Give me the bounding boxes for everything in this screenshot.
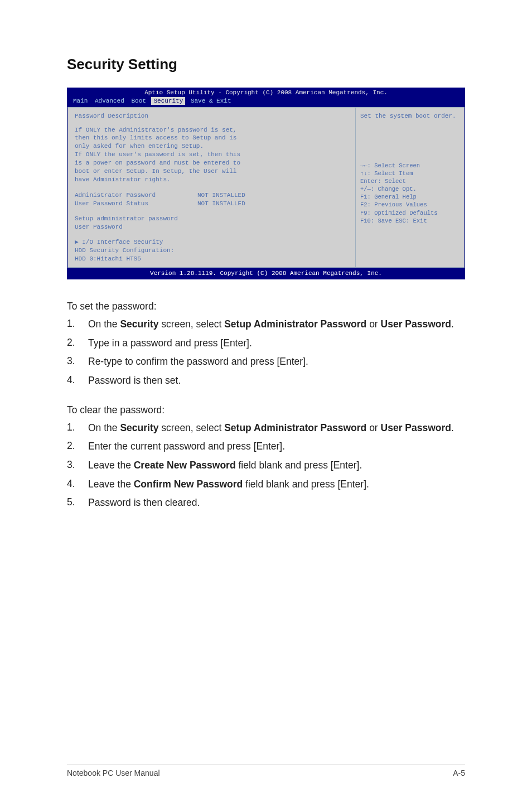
- setup-admin-password: Setup administrator password: [75, 215, 350, 223]
- list-item: 4. Password is then set.: [67, 374, 465, 388]
- item-number: 2.: [67, 440, 88, 453]
- item-number: 1.: [67, 318, 88, 331]
- section-intro: To set the password:: [67, 301, 465, 312]
- navigation-help: →←: Select Screen ↑↓: Select Item Enter:…: [360, 162, 460, 225]
- nav-line: Enter: Select: [360, 177, 460, 185]
- section-intro: To clear the password:: [67, 404, 465, 416]
- item-number: 3.: [67, 355, 88, 369]
- nav-line: F1: General Help: [360, 193, 460, 201]
- item-number: 4.: [67, 374, 88, 388]
- item-number: 4.: [67, 478, 88, 491]
- hdd-item: HDD 0:Hitachi HTS5: [75, 255, 350, 263]
- item-text: Leave the Create New Password field blan…: [88, 459, 465, 472]
- list-item: 1. On the Security screen, select Setup …: [67, 318, 465, 331]
- bios-body: Password Description If ONLY the Adminis…: [67, 107, 465, 268]
- admin-password-label: Administrator Password: [75, 191, 197, 200]
- desc-line: have Administrator rights.: [75, 176, 350, 184]
- item-text: Type in a password and press [Enter].: [88, 337, 465, 350]
- desc-line: boot or enter Setup. In Setup, the User …: [75, 167, 350, 176]
- page-footer: Notebook PC User Manual A-5: [67, 765, 465, 777]
- desc-line: then this only limits access to Setup an…: [75, 134, 350, 142]
- page-title: Security Setting: [67, 56, 465, 73]
- bios-header: Aptio Setup Utility - Copyright (C) 2008…: [67, 88, 465, 97]
- footer-right: A-5: [453, 769, 465, 777]
- user-password-status-label: User Password Status: [75, 200, 197, 208]
- user-password: User Password: [75, 223, 350, 231]
- nav-line: ↑↓: Select Item: [360, 170, 460, 177]
- item-text: Leave the Confirm New Password field bla…: [88, 478, 465, 491]
- desc-line: is a power on password and must be enter…: [75, 159, 350, 167]
- tab-security: Security: [151, 97, 185, 105]
- list-item: 5. Password is then cleared.: [67, 496, 465, 510]
- item-number: 2.: [67, 337, 88, 350]
- admin-password-row: Administrator Password NOT INSTALLED: [75, 191, 350, 200]
- item-text: Re-type to confirm the password and pres…: [88, 355, 465, 369]
- nav-line: +/—: Change Opt.: [360, 185, 460, 193]
- bios-tabs: Main Advanced Boot Security Save & Exit: [67, 97, 465, 107]
- item-text: Enter the current password and press [En…: [88, 440, 465, 453]
- admin-password-value: NOT INSTALLED: [197, 191, 245, 200]
- set-password-list: 1. On the Security screen, select Setup …: [67, 318, 465, 388]
- tab-main: Main: [71, 98, 89, 104]
- clear-password-list: 1. On the Security screen, select Setup …: [67, 422, 465, 510]
- list-item: 2. Enter the current password and press …: [67, 440, 465, 453]
- item-text: Password is then set.: [88, 374, 465, 388]
- desc-line: If ONLY the user's password is set, then…: [75, 151, 350, 159]
- footer-left: Notebook PC User Manual: [67, 769, 160, 777]
- nav-line: F9: Optimized Defaults: [360, 209, 460, 217]
- bios-screenshot: Aptio Setup Utility - Copyright (C) 2008…: [67, 88, 465, 279]
- nav-line: →←: Select Screen: [360, 162, 460, 170]
- tab-boot: Boot: [129, 98, 147, 104]
- item-number: 3.: [67, 459, 88, 472]
- item-text: On the Security screen, select Setup Adm…: [88, 318, 465, 331]
- item-text: On the Security screen, select Setup Adm…: [88, 422, 465, 435]
- nav-line: F10: Save ESC: Exit: [360, 217, 460, 225]
- user-password-status-row: User Password Status NOT INSTALLED: [75, 200, 350, 208]
- list-item: 2. Type in a password and press [Enter].: [67, 337, 465, 350]
- desc-line: only asked for when entering Setup.: [75, 142, 350, 151]
- list-item: 1. On the Security screen, select Setup …: [67, 422, 465, 435]
- list-item: 4. Leave the Confirm New Password field …: [67, 478, 465, 491]
- nav-line: F2: Previous Values: [360, 201, 460, 209]
- item-number: 1.: [67, 422, 88, 435]
- help-text: Set the system boot order.: [360, 112, 460, 120]
- hdd-security-configuration: HDD Security Configuration:: [75, 247, 350, 255]
- list-item: 3. Re-type to confirm the password and p…: [67, 355, 465, 369]
- password-description-title: Password Description: [75, 112, 350, 120]
- bios-right-pane: Set the system boot order. →←: Select Sc…: [355, 108, 464, 268]
- io-interface-security: I/O Interface Security: [82, 239, 163, 245]
- list-item: 3. Leave the Create New Password field b…: [67, 459, 465, 472]
- item-number: 5.: [67, 496, 88, 510]
- bios-footer: Version 1.28.1119. Copyright (C) 2008 Am…: [67, 268, 465, 279]
- desc-line: If ONLY the Administrator's password is …: [75, 126, 350, 134]
- bios-left-pane: Password Description If ONLY the Adminis…: [68, 108, 355, 268]
- tab-advanced: Advanced: [93, 98, 126, 104]
- user-password-status-value: NOT INSTALLED: [197, 200, 245, 208]
- triangle-icon: ▶: [75, 239, 82, 245]
- tab-save-exit: Save & Exit: [189, 98, 233, 104]
- item-text: Password is then cleared.: [88, 496, 465, 510]
